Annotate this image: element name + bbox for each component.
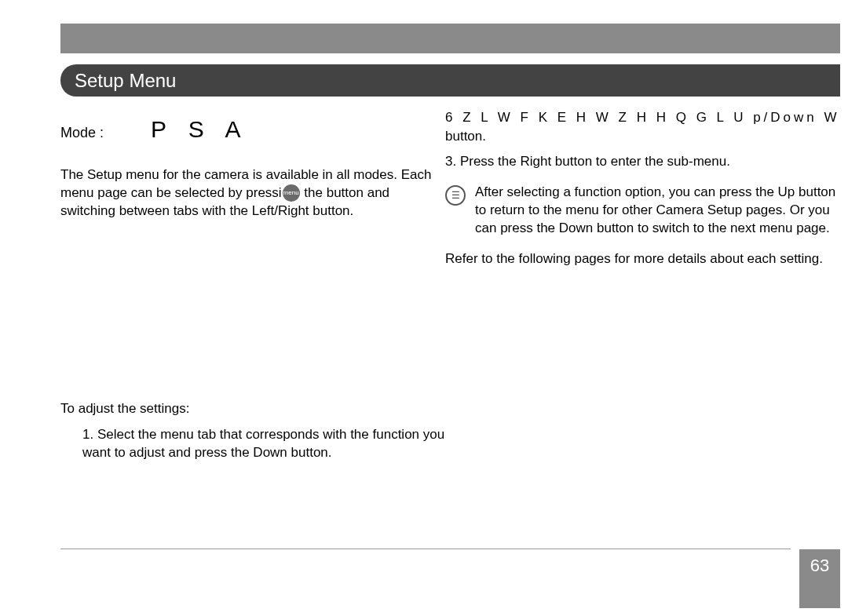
section-title-pill: Setup Menu — [60, 64, 840, 97]
note-box: ☰ After selecting a function option, you… — [445, 184, 840, 238]
note-icon: ☰ — [445, 185, 466, 206]
menu-icon-label: menu — [283, 189, 299, 198]
step-3: 3. Press the Right button to enter the s… — [445, 154, 840, 169]
left-column: Mode : P S A The Setup menu for the came… — [60, 110, 445, 468]
intro-paragraph: The Setup menu for the camera is availab… — [60, 166, 445, 221]
note-text: After selecting a function option, you c… — [475, 184, 840, 238]
mode-label: Mode : — [60, 125, 104, 141]
mode-letters: P S A — [151, 116, 249, 143]
content-area: Mode : P S A The Setup menu for the came… — [60, 110, 840, 549]
footer-divider — [60, 549, 791, 549]
page-number: 63 — [810, 556, 829, 576]
garbled-line: 6 Z L W F K E H W Z H H Q G L U p/Down W… — [445, 110, 840, 126]
section-title: Setup Menu — [75, 70, 176, 92]
step-1: 1. Select the menu tab that corresponds … — [60, 426, 445, 462]
header-bar — [60, 24, 840, 53]
mode-row: Mode : P S A — [60, 116, 445, 143]
menu-icon: menu — [283, 184, 300, 202]
adjust-heading: To adjust the settings: — [60, 401, 445, 417]
page-number-box: 63 — [799, 549, 840, 608]
refer-text: Refer to the following pages for more de… — [445, 250, 840, 268]
button-line: button. — [445, 129, 840, 144]
right-column: 6 Z L W F K E H W Z H H Q G L U p/Down W… — [445, 110, 840, 268]
